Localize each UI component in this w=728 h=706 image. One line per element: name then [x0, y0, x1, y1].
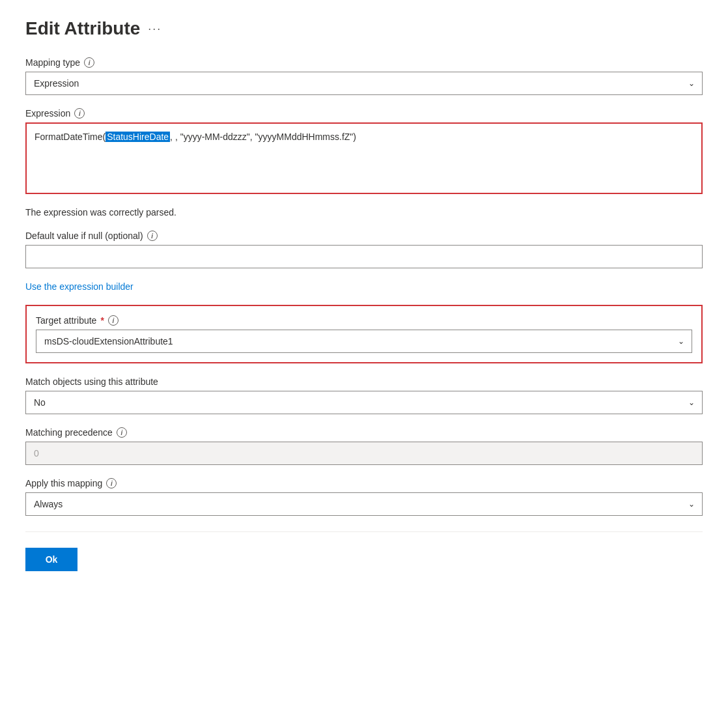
target-attribute-select[interactable]: msDS-cloudExtensionAttribute1 [36, 330, 692, 353]
expression-suffix: , , "yyyy-MM-ddzzz", "yyyyMMddHHmmss.fZ"… [170, 132, 356, 142]
match-objects-select-wrapper: No Yes ⌄ [25, 391, 703, 414]
expression-highlighted: StatusHireDate [105, 132, 170, 142]
parsed-message: The expression was correctly parsed. [25, 207, 703, 218]
expression-prefix: FormatDateTime( [35, 132, 105, 142]
apply-mapping-group: Apply this mapping i Always Only during … [25, 478, 703, 516]
edit-attribute-panel: Edit Attribute ··· Mapping type i Expres… [12, 0, 716, 589]
expression-textarea[interactable]: FormatDateTime(StatusHireDate, , "yyyy-M… [25, 122, 703, 194]
panel-header: Edit Attribute ··· [25, 18, 703, 39]
mapping-type-info-icon[interactable]: i [84, 57, 94, 68]
target-attribute-select-wrapper: msDS-cloudExtensionAttribute1 ⌄ [36, 330, 692, 353]
expression-label: Expression i [25, 108, 703, 119]
match-objects-group: Match objects using this attribute No Ye… [25, 376, 703, 414]
target-attribute-form-group: Target attribute * i msDS-cloudExtension… [36, 315, 692, 353]
apply-mapping-select-wrapper: Always Only during object creation Only … [25, 492, 703, 516]
mapping-type-select[interactable]: Expression Direct Constant [25, 72, 703, 95]
expression-info-icon[interactable]: i [74, 108, 85, 119]
default-value-info-icon[interactable]: i [147, 231, 158, 241]
target-attribute-info-icon[interactable]: i [108, 315, 119, 326]
expression-group: Expression i FormatDateTime(StatusHireDa… [25, 108, 703, 194]
apply-mapping-select[interactable]: Always Only during object creation Only … [25, 492, 703, 516]
target-attribute-label: Target attribute * i [36, 315, 692, 326]
matching-precedence-label: Matching precedence i [25, 427, 703, 438]
target-attribute-group: Target attribute * i msDS-cloudExtension… [25, 305, 703, 363]
mapping-type-group: Mapping type i Expression Direct Constan… [25, 57, 703, 95]
match-objects-select[interactable]: No Yes [25, 391, 703, 414]
panel-menu-icon[interactable]: ··· [148, 22, 161, 36]
default-value-group: Default value if null (optional) i [25, 231, 703, 268]
match-objects-label: Match objects using this attribute [25, 376, 703, 387]
mapping-type-label: Mapping type i [25, 57, 703, 68]
footer-divider [25, 531, 703, 532]
target-attribute-required: * [100, 315, 104, 326]
default-value-input[interactable] [25, 245, 703, 268]
mapping-type-select-wrapper: Expression Direct Constant ⌄ [25, 72, 703, 95]
expression-builder-link[interactable]: Use the expression builder [25, 281, 133, 292]
page-title: Edit Attribute [25, 18, 140, 39]
apply-mapping-info-icon[interactable]: i [106, 478, 117, 488]
apply-mapping-label: Apply this mapping i [25, 478, 703, 488]
ok-button[interactable]: Ok [25, 548, 77, 571]
default-value-label: Default value if null (optional) i [25, 231, 703, 241]
matching-precedence-input [25, 442, 703, 465]
matching-precedence-info-icon[interactable]: i [117, 427, 127, 438]
matching-precedence-group: Matching precedence i [25, 427, 703, 465]
